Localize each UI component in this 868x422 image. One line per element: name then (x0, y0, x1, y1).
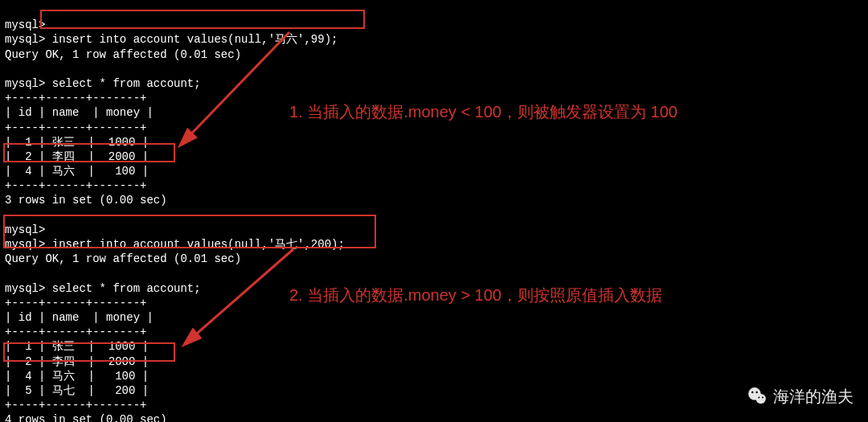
terminal-line: +----+------+-------+ (5, 399, 146, 412)
highlight-row-1 (3, 143, 175, 162)
terminal-line: 3 rows in set (0.00 sec) (5, 194, 167, 207)
terminal-line: +----+------+-------+ (5, 326, 146, 338)
svg-point-4 (751, 391, 753, 393)
arrow-1-icon (169, 24, 297, 153)
terminal-line: | id | name | money | (5, 106, 154, 119)
svg-line-1 (185, 249, 293, 344)
watermark-text: 海洋的渔夫 (773, 386, 854, 407)
svg-point-7 (762, 397, 764, 399)
svg-line-0 (181, 32, 289, 145)
terminal-line: mysql> select * from account; (5, 282, 201, 295)
svg-point-3 (755, 394, 765, 404)
terminal-line: | id | name | money | (5, 311, 154, 324)
svg-point-6 (758, 397, 760, 399)
watermark: 海洋的渔夫 (746, 385, 854, 408)
terminal-line: | 5 | 马七 | 200 | (5, 384, 149, 397)
wechat-icon (746, 385, 768, 408)
terminal-line: 4 rows in set (0.00 sec) (5, 413, 167, 422)
terminal-line: mysql> (5, 18, 45, 31)
annotation-1: 1. 当插入的数据.money < 100，则被触发器设置为 100 (289, 101, 678, 122)
terminal-line: +----+------+-------+ (5, 179, 146, 192)
arrow-2-icon (173, 241, 301, 354)
terminal-line: +----+------+-------+ (5, 297, 146, 309)
annotation-2: 2. 当插入的数据.money > 100，则按照原值插入数据 (289, 285, 662, 305)
highlight-row-2 (3, 342, 175, 362)
terminal-line: | 4 | 马六 | 100 | (5, 165, 149, 178)
svg-point-5 (755, 391, 757, 393)
terminal-line: | 4 | 马六 | 100 | (5, 370, 149, 383)
terminal-line: +----+------+-------+ (5, 121, 146, 134)
terminal-line: +----+------+-------+ (5, 92, 146, 104)
